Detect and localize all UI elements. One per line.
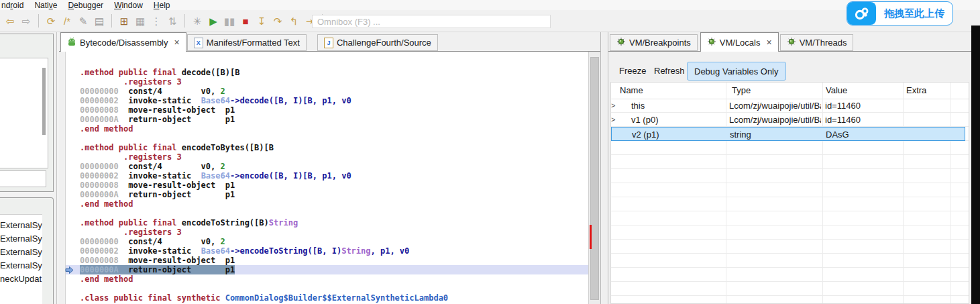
resume-icon[interactable]: ▶ [206,13,221,28]
bug-icon [787,37,796,48]
code-line: .method public final encodeToString([B)S… [66,218,588,227]
blocks-icon[interactable]: ▦ [133,13,148,28]
code-line: 00000002 invoke-static Base64->encode([B… [66,171,588,181]
editor-panel-splitter[interactable] [600,32,608,304]
column-header-name[interactable]: Name [620,85,643,95]
editor-tab-strip: Bytecode/Disassembly×XManifest/Formatted… [59,32,600,52]
menu-item-debugger[interactable]: Debugger [68,1,103,10]
step-return-icon[interactable]: ↰ [286,13,301,28]
locals-table-header: Name Type Value Extra [611,83,969,99]
column-header-extra[interactable]: Extra [906,85,926,95]
sync-gears-icon[interactable]: ⟳ [44,13,58,28]
tab-label: Manifest/Formatted Text [207,38,300,48]
toolbar-separator [111,14,112,28]
tab-close-icon[interactable]: × [766,38,771,47]
editor-scrollbar[interactable] [588,52,600,304]
code-line: .end method [66,199,588,209]
edit-pencil-icon[interactable]: ✎ [76,13,91,28]
list-item[interactable]: neckUpdat [0,272,42,286]
netdisk-icon [847,2,876,25]
left-bottom-panel-list: ExternalSynExternalSynExternalSynExterna… [0,214,42,304]
code-line: .registers 3 [66,227,588,237]
tab-label: VM/Locals [720,38,761,48]
cell-type: Lcom/zj/wuaipojie/util/Ba [729,115,821,125]
current-line-selection: 0000000A return-object p1 [80,265,235,274]
code-line: 0000000A return-object p1 [66,190,588,199]
debug-spark-icon[interactable]: ✳ [190,13,205,28]
column-header-value[interactable]: Value [826,85,847,95]
code-line: 00000002 invoke-static Base64->decode([B… [66,96,588,105]
editor-tab-manifest-formatted-text[interactable]: XManifest/Formatted Text [187,34,307,51]
refresh-button[interactable]: Refresh [654,66,685,76]
tree-sync-icon[interactable]: ⇅ [165,13,180,28]
debug-variables-only-toggle[interactable]: Debug Variables Only [687,62,786,81]
vm-tab-strip: VM/BreakpointsVM/Locals×VM/Threads [608,32,971,52]
current-instruction-arrow-icon [65,266,74,274]
code-line: 0000000A return-object p1 [66,115,588,124]
expander-chevron-icon[interactable]: > [611,101,615,109]
cell-value: id=11460 [825,101,861,111]
list-item[interactable]: ExternalSyn [0,232,42,246]
debugger-window: ndroidNativeDebuggerWindowHelp ⇦⇨⟳/*✎▤⊞▦… [0,0,980,304]
cell-type: string [730,130,822,140]
code-line [66,209,588,218]
pause-icon[interactable]: ▮▮ [222,13,237,28]
menu-item-window[interactable]: Window [114,1,143,10]
step-into-icon[interactable]: ↧ [254,13,269,28]
tab-close-icon[interactable]: × [174,38,180,47]
comment-icon[interactable]: /* [60,13,74,28]
table-grid-icon[interactable]: ⊞ [117,13,131,28]
left-panel-filter-field[interactable] [0,170,46,187]
list-item[interactable]: ExternalSyn [0,259,42,272]
editor-tab-bytecode-disassembly[interactable]: Bytecode/Disassembly× [60,32,186,52]
menu-bar: ndroidNativeDebuggerWindowHelp [0,0,980,10]
code-line: 00000002 invoke-static Base64->encodeToS… [66,246,588,256]
code-line: 00000000 const/4 v0, 2 [66,237,588,246]
vm-locals-panel: Freeze Refresh Debug Variables Only Name… [608,52,971,304]
vm-tab-vm-locals[interactable]: VM/Locals× [700,32,779,52]
vm-tab-vm-breakpoints[interactable]: VM/Breakpoints [610,34,698,51]
table-row[interactable]: v2 (p1)stringDAsG [611,127,965,141]
step-over-icon[interactable]: ↷ [270,13,285,28]
left-bottom-panel: ExternalSynExternalSynExternalSynExterna… [0,197,54,304]
upload-dropzone-button[interactable]: 拖拽至此上传 [847,1,953,26]
menu-item-native[interactable]: Native [34,1,57,10]
stop-icon[interactable]: ■ [238,13,253,28]
tree-icon[interactable]: ⋮ [149,13,164,28]
export-doc-icon[interactable]: ▤ [92,13,107,28]
freeze-button[interactable]: Freeze [619,66,646,76]
cell-value: DAsG [826,130,849,140]
scrollbar-error-marker [590,225,592,249]
menu-item-ndroid[interactable]: ndroid [1,1,23,10]
disassembly-editor[interactable]: .method public final decode([B)[B .regis… [59,52,600,304]
back-icon[interactable]: ⇦ [3,13,17,28]
expander-chevron-icon[interactable]: > [611,115,615,123]
code-line: .class public final synthetic CommonDial… [66,293,588,303]
code-line: .registers 3 [66,152,588,162]
forward-icon[interactable]: ⇨ [19,13,34,28]
editor-tab-challengefourth-source[interactable]: JChallengeFourth/Source [317,34,438,51]
code-line: .method public final decode([B)[B [66,68,588,77]
code-line [66,134,588,143]
list-item[interactable]: ExternalSyn [0,219,42,232]
current-instruction-line: 0000000A return-object p1 [66,265,588,274]
omnibox-input[interactable] [312,15,551,28]
left-top-panel-content [0,58,48,168]
editor-scrollbar-thumb[interactable] [590,57,599,300]
code-line: .end method [66,274,588,284]
list-item[interactable]: ExternalSyn [0,246,42,259]
code-line: .method public final encodeToBytes([B)[B [66,143,588,152]
left-panel-scrollbar-thumb[interactable] [42,68,46,135]
tab-label: VM/Threads [800,38,847,48]
table-row[interactable]: >thisLcom/zj/wuaipojie/util/Baid=11460 [611,99,965,113]
bug-icon [707,37,716,48]
left-top-panel [0,34,54,192]
code-line: .end method [66,124,588,134]
vm-tab-vm-threads[interactable]: VM/Threads [780,34,854,51]
column-header-type[interactable]: Type [732,85,751,95]
tab-label: ChallengeFourth/Source [337,38,431,48]
menu-item-help[interactable]: Help [154,1,170,10]
table-row[interactable]: >v1 (p0)Lcom/zj/wuaipojie/util/Baid=1146… [611,113,965,127]
code-line: 00000008 move-result-object p1 [66,181,588,190]
code-line: 00000008 move-result-object p1 [66,256,588,265]
